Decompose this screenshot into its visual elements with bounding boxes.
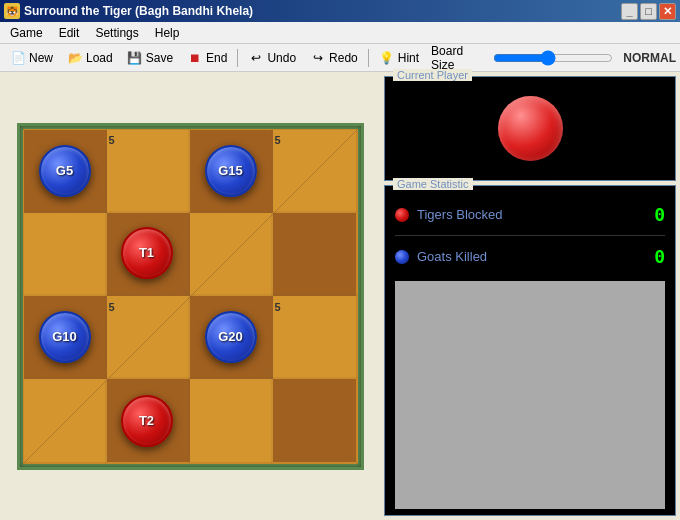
board-number-g5: 5 xyxy=(109,134,115,146)
end-button[interactable]: ⏹ End xyxy=(181,47,233,69)
load-icon: 📂 xyxy=(67,50,83,66)
tigers-blocked-row: Tigers Blocked 0 xyxy=(395,198,665,231)
save-icon: 💾 xyxy=(127,50,143,66)
player-ball-tiger xyxy=(498,96,563,161)
toolbar-separator-2 xyxy=(368,49,369,67)
menu-settings[interactable]: Settings xyxy=(87,24,146,42)
goats-killed-left: Goats Killed xyxy=(395,249,487,264)
board-number-g15: 5 xyxy=(275,134,281,146)
save-button[interactable]: 💾 Save xyxy=(121,47,179,69)
goat-g15[interactable]: G15 xyxy=(205,145,257,197)
board-cell-3-4[interactable] xyxy=(273,296,356,379)
title-bar-buttons: _ □ ✕ xyxy=(621,3,676,20)
board-cell-4-4[interactable] xyxy=(273,379,356,462)
new-label: New xyxy=(29,51,53,65)
undo-button[interactable]: ↩ Undo xyxy=(242,47,302,69)
board-cell-2-4[interactable] xyxy=(273,213,356,296)
hint-icon: 💡 xyxy=(379,50,395,66)
goats-killed-row: Goats Killed 0 xyxy=(395,240,665,273)
app-icon: 🐯 xyxy=(4,3,20,19)
new-button[interactable]: 📄 New xyxy=(4,47,59,69)
redo-icon: ↪ xyxy=(310,50,326,66)
board-outer: 5 5 5 5 G5 G15 T1 G10 xyxy=(17,123,364,470)
game-board[interactable]: 5 5 5 5 G5 G15 T1 G10 xyxy=(23,129,358,464)
hint-button[interactable]: 💡 Hint xyxy=(373,47,425,69)
board-area: 5 5 5 5 G5 G15 T1 G10 xyxy=(0,72,380,520)
menu-bar: Game Edit Settings Help xyxy=(0,22,680,44)
menu-game[interactable]: Game xyxy=(2,24,51,42)
current-player-content xyxy=(385,77,675,180)
tiger-t2[interactable]: T2 xyxy=(121,395,173,447)
goat-g20[interactable]: G20 xyxy=(205,311,257,363)
redo-label: Redo xyxy=(329,51,358,65)
toolbar: 📄 New 📂 Load 💾 Save ⏹ End ↩ Undo ↪ Redo … xyxy=(0,44,680,72)
load-button[interactable]: 📂 Load xyxy=(61,47,119,69)
tigers-blocked-left: Tigers Blocked xyxy=(395,207,503,222)
board-cell-2-1[interactable] xyxy=(24,213,107,296)
hint-label: Hint xyxy=(398,51,419,65)
board-cell-1-2[interactable] xyxy=(107,130,190,213)
minimize-button[interactable]: _ xyxy=(621,3,638,20)
game-stats-content: Tigers Blocked 0 Goats Killed 0 xyxy=(385,186,675,515)
new-icon: 📄 xyxy=(10,50,26,66)
title-bar: 🐯 Surround the Tiger (Bagh Bandhi Khela)… xyxy=(0,0,680,22)
game-stats-label: Game Statistic xyxy=(393,178,473,190)
undo-icon: ↩ xyxy=(248,50,264,66)
board-number-g20: 5 xyxy=(275,301,281,313)
goat-g5[interactable]: G5 xyxy=(39,145,91,197)
main-content: 5 5 5 5 G5 G15 T1 G10 xyxy=(0,72,680,520)
menu-help[interactable]: Help xyxy=(147,24,188,42)
maximize-button[interactable]: □ xyxy=(640,3,657,20)
menu-edit[interactable]: Edit xyxy=(51,24,88,42)
board-cell-1-4[interactable] xyxy=(273,130,356,213)
stat-divider-1 xyxy=(395,235,665,236)
right-panel: Current Player Game Statistic Tigers Blo… xyxy=(380,72,680,520)
tigers-blocked-label: Tigers Blocked xyxy=(417,207,503,222)
goat-g10[interactable]: G10 xyxy=(39,311,91,363)
tigers-blocked-value: 0 xyxy=(654,204,665,225)
title-bar-left: 🐯 Surround the Tiger (Bagh Bandhi Khela) xyxy=(4,3,253,19)
board-number-g10: 5 xyxy=(109,301,115,313)
toolbar-separator-1 xyxy=(237,49,238,67)
window-title: Surround the Tiger (Bagh Bandhi Khela) xyxy=(24,4,253,18)
tigers-blocked-dot xyxy=(395,208,409,222)
board-cell-4-3[interactable] xyxy=(190,379,273,462)
end-label: End xyxy=(206,51,227,65)
save-label: Save xyxy=(146,51,173,65)
current-player-label: Current Player xyxy=(393,69,472,81)
normal-label: NORMAL xyxy=(623,51,676,65)
game-log-area xyxy=(395,281,665,509)
board-size-label: Board Size xyxy=(431,44,487,72)
tiger-t1[interactable]: T1 xyxy=(121,227,173,279)
board-cell-4-1[interactable] xyxy=(24,379,107,462)
goats-killed-dot xyxy=(395,250,409,264)
game-stats-box: Game Statistic Tigers Blocked 0 Goats Ki… xyxy=(384,185,676,516)
undo-label: Undo xyxy=(267,51,296,65)
goats-killed-value: 0 xyxy=(654,246,665,267)
close-button[interactable]: ✕ xyxy=(659,3,676,20)
board-cell-2-3[interactable] xyxy=(190,213,273,296)
board-size-slider[interactable] xyxy=(493,50,613,66)
redo-button[interactable]: ↪ Redo xyxy=(304,47,364,69)
end-icon: ⏹ xyxy=(187,50,203,66)
board-cell-3-2[interactable] xyxy=(107,296,190,379)
goats-killed-label: Goats Killed xyxy=(417,249,487,264)
load-label: Load xyxy=(86,51,113,65)
current-player-box: Current Player xyxy=(384,76,676,181)
